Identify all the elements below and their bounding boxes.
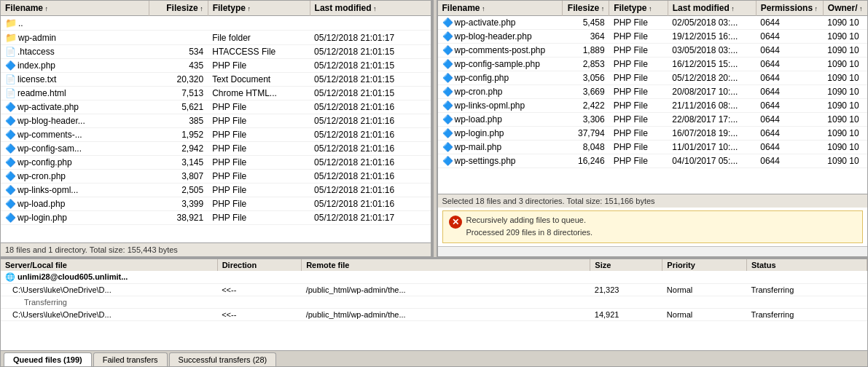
right-cell-filesize: 3,306 — [563, 113, 609, 127]
table-row[interactable]: 📁.. — [1, 16, 431, 31]
php-icon: 🔷 — [5, 130, 16, 140]
left-col-filename[interactable]: Filename — [1, 1, 149, 16]
table-row[interactable]: 🔷wp-links-opml... 2,505 PHP File 05/12/2… — [1, 184, 431, 197]
table-row[interactable]: 🔷wp-comments-... 1,952 PHP File 05/12/20… — [1, 128, 431, 142]
table-row[interactable]: 🔷index.php 435 PHP File 05/12/2018 21:01… — [1, 59, 431, 73]
right-cell-permissions: 0644 — [756, 113, 823, 127]
left-cell-filetype: PHP File — [208, 170, 310, 184]
right-cell-owner: 1090 10 — [823, 85, 867, 99]
tab-successful-transfers[interactable]: Successful transfers (28) — [169, 352, 277, 366]
table-row[interactable]: 📄.htaccess 534 HTACCESS File 05/12/2018 … — [1, 45, 431, 59]
transfer-cell-status2: Transferring — [746, 309, 867, 321]
left-cell-filename: 🔷wp-load.php — [1, 197, 149, 211]
left-cell-filename: 🔷index.php — [1, 59, 149, 73]
table-row[interactable]: 🔷wp-blog-header... 385 PHP File 05/12/20… — [1, 114, 431, 128]
left-col-modified[interactable]: Last modified — [310, 1, 430, 16]
transfer-col-direction[interactable]: Direction — [217, 259, 302, 271]
right-cell-owner: 1090 10 — [823, 58, 867, 71]
transfer-server-row[interactable]: 🌐 unlimi28@cloud605.unlimit... — [1, 271, 867, 284]
table-row[interactable]: 🔷wp-load.php 3,399 PHP File 05/12/2018 2… — [1, 197, 431, 211]
table-row[interactable]: 🔷wp-activate.php 5,621 PHP File 05/12/20… — [1, 100, 431, 114]
right-cell-owner: 1090 10 — [823, 30, 867, 44]
tab-failed-transfers[interactable]: Failed transfers — [93, 352, 168, 366]
php-icon: 🔷 — [5, 171, 16, 181]
php-icon: 🔷 — [5, 102, 16, 112]
php-icon: 🔷 — [442, 156, 453, 166]
right-cell-owner: 1090 10 — [823, 141, 867, 154]
left-cell-filename: 🔷wp-config-sam... — [1, 142, 149, 156]
tab-queued-files[interactable]: Queued files (199) — [4, 352, 92, 366]
table-row[interactable]: 📄readme.html 7,513 Chrome HTML... 05/12/… — [1, 87, 431, 100]
transfer-col-status[interactable]: Status — [746, 259, 867, 271]
transfer-col-remote[interactable]: Remote file — [302, 259, 590, 271]
right-cell-filetype: PHP File — [609, 30, 668, 44]
transfer-col-priority[interactable]: Priority — [662, 259, 747, 271]
left-cell-filetype: PHP File — [208, 211, 310, 225]
right-col-owner[interactable]: Owner/ — [823, 1, 867, 16]
php-icon: 🔷 — [5, 199, 16, 209]
table-row[interactable]: 🔷wp-config-sam... 2,942 PHP File 05/12/2… — [1, 142, 431, 156]
table-row[interactable]: 🔷wp-cron.php 3,669 PHP File 20/08/2017 1… — [438, 85, 868, 99]
php-icon: 🔷 — [442, 59, 453, 69]
table-row[interactable]: 🔷wp-config.php 3,056 PHP File 05/12/2018… — [438, 71, 868, 85]
table-row[interactable]: 📁wp-admin File folder 05/12/2018 21:01:1… — [1, 31, 431, 45]
right-cell-filesize: 3,669 — [563, 85, 609, 99]
table-row[interactable]: 🔷wp-activate.php 5,458 PHP File 02/05/20… — [438, 16, 868, 30]
table-row[interactable]: 🔷wp-cron.php 3,807 PHP File 05/12/2018 2… — [1, 170, 431, 184]
right-cell-filename: 🔷wp-mail.php — [438, 141, 563, 154]
left-cell-filename: 📁.. — [1, 16, 149, 31]
table-row[interactable]: 🔷wp-comments-post.php 1,889 PHP File 03/… — [438, 44, 868, 58]
table-row[interactable]: 📄license.txt 20,320 Text Document 05/12/… — [1, 73, 431, 87]
table-row[interactable]: 🔷wp-load.php 3,306 PHP File 22/08/2017 1… — [438, 113, 868, 127]
right-cell-modified: 22/08/2017 17:... — [668, 113, 756, 127]
right-cell-owner: 1090 10 — [823, 16, 867, 30]
php-icon: 🔷 — [5, 185, 16, 195]
right-col-filesize[interactable]: Filesize — [563, 1, 609, 16]
transfer-col-server[interactable]: Server/Local file — [1, 259, 217, 271]
right-cell-filetype: PHP File — [609, 99, 668, 113]
right-scroll-area[interactable]: Filename Filesize Filetype Last modified… — [438, 1, 868, 194]
left-cell-filesize: 3,399 — [149, 197, 208, 211]
left-col-filesize[interactable]: Filesize — [149, 1, 208, 16]
left-col-filetype[interactable]: Filetype — [208, 1, 310, 16]
right-file-table: Filename Filesize Filetype Last modified… — [438, 1, 868, 168]
right-col-filetype[interactable]: Filetype — [609, 1, 668, 16]
right-col-permissions[interactable]: Permissions — [756, 1, 823, 16]
table-row[interactable]: 🔷wp-settings.php 16,246 PHP File 04/10/2… — [438, 154, 868, 168]
table-row[interactable]: 🔷wp-blog-header.php 364 PHP File 19/12/2… — [438, 30, 868, 44]
table-row[interactable]: 🔷wp-links-opml.php 2,422 PHP File 21/11/… — [438, 99, 868, 113]
table-row[interactable]: 🔷wp-login.php 37,794 PHP File 16/07/2018… — [438, 127, 868, 141]
table-row[interactable]: 🔷wp-login.php 38,921 PHP File 05/12/2018… — [1, 211, 431, 225]
transfer-cell-priority2: Normal — [662, 309, 747, 321]
left-status-bar: 18 files and 1 directory. Total size: 15… — [1, 242, 431, 256]
right-cell-owner: 1090 10 — [823, 99, 867, 113]
right-col-modified[interactable]: Last modified — [668, 1, 756, 16]
table-row[interactable]: 🔷wp-config-sample.php 2,853 PHP File 16/… — [438, 58, 868, 71]
left-cell-filetype: HTACCESS File — [208, 45, 310, 59]
transfer-scroll[interactable]: Server/Local file Direction Remote file … — [1, 259, 867, 350]
left-cell-filename: 🔷wp-comments-... — [1, 128, 149, 142]
right-cell-permissions: 0644 — [756, 30, 823, 44]
left-scroll-area[interactable]: Filename Filesize Filetype Last modified… — [1, 1, 431, 242]
left-cell-filename: 🔷wp-activate.php — [1, 100, 149, 114]
right-cell-filesize: 2,853 — [563, 58, 609, 71]
left-cell-filetype — [208, 16, 310, 31]
table-row[interactable]: 🔷wp-mail.php 8,048 PHP File 11/01/2017 1… — [438, 141, 868, 154]
right-notification-box: ✕ Recursively adding files to queue. Pro… — [442, 210, 864, 243]
right-col-filename[interactable]: Filename — [438, 1, 563, 16]
right-cell-permissions: 0644 — [756, 16, 823, 30]
right-cell-owner: 1090 10 — [823, 113, 867, 127]
transfer-row[interactable]: C:\Users\luke\OneDrive\D... <<-- /public… — [1, 309, 867, 321]
left-cell-modified: 05/12/2018 21:01:16 — [310, 142, 430, 156]
transfer-col-size[interactable]: Size — [590, 259, 662, 271]
php-icon: 🔷 — [442, 31, 453, 42]
left-cell-modified: 05/12/2018 21:01:16 — [310, 156, 430, 170]
right-cell-filetype: PHP File — [609, 113, 668, 127]
file-icon: 📄 — [5, 47, 16, 57]
right-cell-filename: 🔷wp-load.php — [438, 113, 563, 127]
right-horizontal-scrollbar[interactable] — [438, 246, 868, 256]
table-row[interactable]: 🔷wp-config.php 3,145 PHP File 05/12/2018… — [1, 156, 431, 170]
right-cell-filesize: 364 — [563, 30, 609, 44]
php-icon: 🔷 — [5, 143, 16, 154]
transfer-row[interactable]: C:\Users\luke\OneDrive\D... <<-- /public… — [1, 284, 867, 296]
